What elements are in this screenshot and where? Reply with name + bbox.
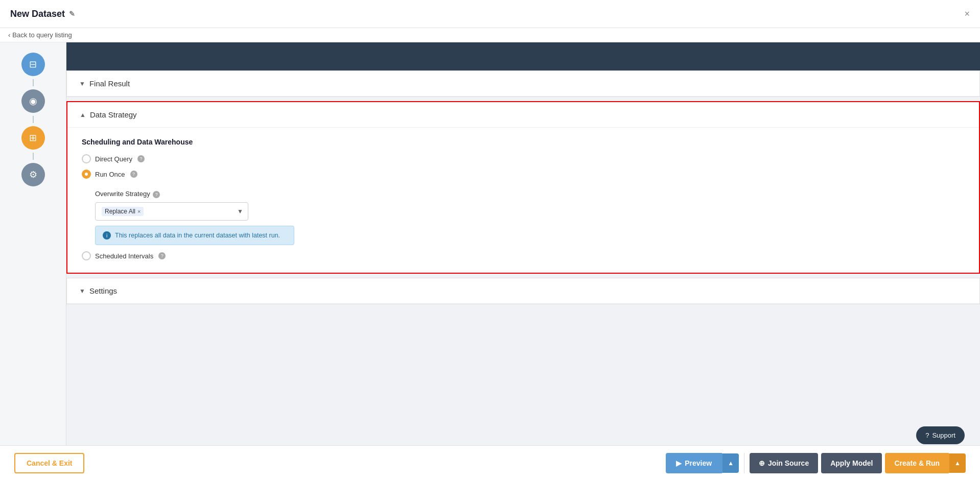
header-title-group: New Dataset ✎ xyxy=(10,9,75,19)
apply-model-button[interactable]: Apply Model xyxy=(821,453,882,473)
app-header: New Dataset ✎ × xyxy=(0,0,980,28)
settings-label: Settings xyxy=(89,286,117,295)
help-icon-direct-query[interactable]: ? xyxy=(137,155,145,162)
preview-caret-button[interactable]: ▲ xyxy=(722,453,739,473)
info-icon: i xyxy=(103,231,111,239)
help-icon-overwrite[interactable]: ? xyxy=(153,191,160,198)
sidebar-icon-eye[interactable]: ◉ xyxy=(21,89,45,113)
radio-circle-direct-query[interactable] xyxy=(82,154,91,163)
cancel-exit-button[interactable]: Cancel & Exit xyxy=(14,453,84,473)
radio-direct-query[interactable]: Direct Query ? xyxy=(82,154,965,163)
final-result-panel: ▼ Final Result xyxy=(66,70,980,97)
final-result-chevron: ▼ xyxy=(79,80,85,87)
join-source-label: Join Source xyxy=(768,459,809,467)
settings-header[interactable]: ▼ Settings xyxy=(67,278,979,304)
radio-run-once[interactable]: Run Once ? xyxy=(82,170,965,179)
data-strategy-chevron: ▲ xyxy=(80,111,86,118)
create-run-label: Create & Run xyxy=(894,459,940,467)
join-source-icon: ⊕ xyxy=(759,459,765,467)
data-strategy-panel: ▲ Data Strategy Scheduling and Data Ware… xyxy=(66,101,980,274)
preview-label: Preview xyxy=(685,459,712,467)
data-strategy-header[interactable]: ▲ Data Strategy xyxy=(67,102,979,128)
overwrite-info-box: i This replaces all data in the current … xyxy=(95,226,294,245)
scheduling-title: Scheduling and Data Warehouse xyxy=(82,138,965,146)
create-run-caret-button[interactable]: ▲ xyxy=(949,453,966,473)
radio-label-direct-query: Direct Query xyxy=(95,155,132,163)
create-run-button[interactable]: Create & Run xyxy=(885,453,949,473)
sidebar: ⊟ ◉ ⊞ ⚙ xyxy=(0,42,66,480)
bottom-toolbar: Cancel & Exit ▶ Preview ▲ ⊕ Join Source … xyxy=(0,445,980,480)
sidebar-connector-1 xyxy=(33,79,34,86)
overwrite-strategy-value: Replace All xyxy=(105,208,135,215)
main-layout: ⊟ ◉ ⊞ ⚙ ▼ Final Result ▲ Data Strategy S xyxy=(0,42,980,480)
toolbar-right: ▶ Preview ▲ ⊕ Join Source Apply Model Cr… xyxy=(666,453,966,473)
sidebar-connector-3 xyxy=(33,153,34,160)
create-run-btn-group: Create & Run ▲ xyxy=(885,453,966,473)
help-icon-run-once[interactable]: ? xyxy=(130,171,137,178)
radio-label-run-once: Run Once xyxy=(95,171,125,178)
support-button[interactable]: ? Support xyxy=(916,426,965,444)
sidebar-connector-2 xyxy=(33,116,34,123)
overwrite-info-text: This replaces all data in the current da… xyxy=(115,232,280,239)
final-result-header[interactable]: ▼ Final Result xyxy=(67,71,979,97)
overwrite-strategy-label: Overwrite Strategy ? xyxy=(95,190,965,198)
help-icon-scheduled-intervals[interactable]: ? xyxy=(158,252,166,259)
final-result-label: Final Result xyxy=(89,79,130,88)
page-title: New Dataset xyxy=(10,9,65,19)
data-strategy-label: Data Strategy xyxy=(90,110,137,119)
sidebar-icon-gear[interactable]: ⚙ xyxy=(21,163,45,186)
scheduling-radio-group: Direct Query ? Run Once ? Overwrite Stra… xyxy=(82,154,965,260)
overwrite-strategy-select[interactable]: Replace All × xyxy=(95,202,248,221)
preview-btn-group: ▶ Preview ▲ xyxy=(666,453,739,473)
overwrite-strategy-tag: Replace All × xyxy=(102,207,144,216)
content-area: ▼ Final Result ▲ Data Strategy Schedulin… xyxy=(66,42,980,480)
preview-icon: ▶ xyxy=(676,459,682,467)
radio-circle-run-once[interactable] xyxy=(82,170,91,179)
back-to-query-link[interactable]: ‹ Back to query listing xyxy=(8,31,72,39)
overwrite-strategy-section: Overwrite Strategy ? Replace All × ▼ xyxy=(95,190,965,245)
support-label: Support xyxy=(932,431,955,439)
preview-button[interactable]: ▶ Preview xyxy=(666,453,722,473)
radio-scheduled-intervals[interactable]: Scheduled Intervals ? xyxy=(82,251,965,260)
radio-label-scheduled-intervals: Scheduled Intervals xyxy=(95,252,153,260)
back-link-label: Back to query listing xyxy=(12,31,72,39)
back-arrow-icon: ‹ xyxy=(8,31,10,39)
settings-panel: ▼ Settings xyxy=(66,278,980,304)
support-icon: ? xyxy=(925,431,929,439)
back-link-bar: ‹ Back to query listing xyxy=(0,28,980,42)
overwrite-strategy-tag-close[interactable]: × xyxy=(137,208,141,214)
sidebar-icon-data[interactable]: ⊞ xyxy=(21,126,45,150)
dark-top-bar xyxy=(66,42,980,70)
data-strategy-content: Scheduling and Data Warehouse Direct Que… xyxy=(67,128,979,273)
radio-circle-scheduled-intervals[interactable] xyxy=(82,251,91,260)
edit-title-icon[interactable]: ✎ xyxy=(69,10,75,18)
settings-chevron: ▼ xyxy=(79,287,85,295)
sidebar-icon-layers[interactable]: ⊟ xyxy=(21,53,45,76)
overwrite-strategy-select-wrapper: Replace All × ▼ xyxy=(95,202,248,221)
toolbar-divider xyxy=(744,453,744,473)
join-source-button[interactable]: ⊕ Join Source xyxy=(750,453,818,473)
window-close-icon[interactable]: × xyxy=(964,9,970,19)
